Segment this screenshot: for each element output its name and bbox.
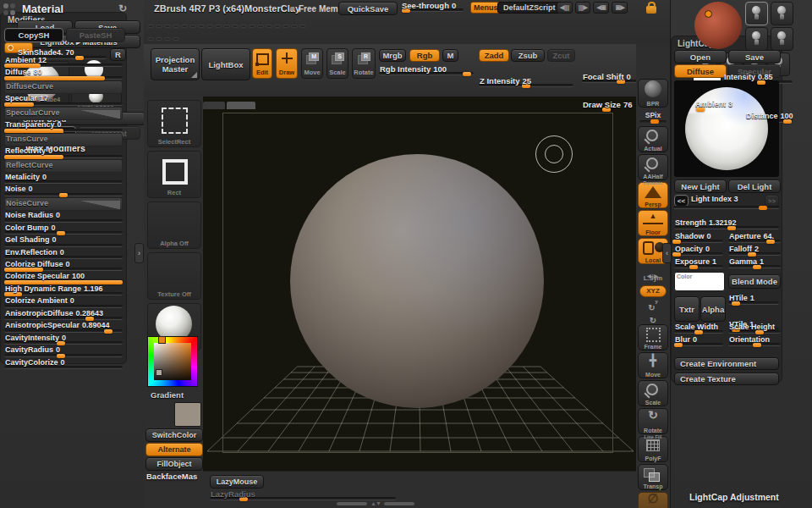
lightbox-button[interactable]: LightBox <box>201 48 250 80</box>
shelf-button[interactable]: L.Sym <box>638 266 668 284</box>
slider[interactable]: CavityRadius0 <box>4 345 123 357</box>
lock-icon[interactable] <box>646 6 656 14</box>
right-panel-divider[interactable]: ‹ <box>662 243 672 263</box>
rgb-button[interactable]: Rgb <box>409 49 440 62</box>
slider[interactable]: ReflectCurve <box>4 159 123 173</box>
slider[interactable]: TransCurve <box>4 133 123 146</box>
slider[interactable]: Falloff2 <box>728 245 781 257</box>
slider[interactable]: Ambient12 <box>4 56 123 68</box>
menu-item[interactable] <box>274 25 281 28</box>
zcut-button[interactable]: Zcut <box>547 49 575 62</box>
slider-handle[interactable] <box>463 72 471 76</box>
slider[interactable]: DiffuseCurve <box>4 80 123 94</box>
slider[interactable]: Shadow0 <box>674 232 723 244</box>
lightcap-color-swatch[interactable]: Color <box>674 272 725 291</box>
menu-item[interactable] <box>266 25 272 28</box>
light-index-next-button[interactable]: >> <box>765 195 779 207</box>
menu-item[interactable] <box>189 25 196 28</box>
create-texture-button[interactable]: Create Texture <box>674 373 779 385</box>
move-button[interactable]: M Move <box>301 48 323 79</box>
zadd-button[interactable]: Zadd <box>479 49 509 62</box>
slider[interactable]: Aperture64. <box>728 232 781 244</box>
slider-handle[interactable] <box>4 129 63 133</box>
menu-item[interactable] <box>223 25 230 28</box>
scrub-right-icon[interactable]: ||||▶ <box>575 2 591 14</box>
mrgb-button[interactable]: Mrgb <box>379 49 406 62</box>
next-document-icon[interactable]: ▣▶ <box>612 2 628 14</box>
menu-item[interactable] <box>240 25 247 28</box>
refresh-icon[interactable]: ↻ <box>118 3 127 14</box>
rgb-intensity-slider[interactable]: Rgb Intensity100 <box>379 64 474 76</box>
light-bulb-button[interactable] <box>771 27 793 51</box>
menu-item[interactable] <box>198 25 205 28</box>
zbrush-logo-icon[interactable] <box>3 3 17 17</box>
lightcap-save-button[interactable]: Save <box>728 50 781 64</box>
slider[interactable]: Reflectivity0 <box>4 146 123 158</box>
slider[interactable]: AnisotropicDiffuse0.28643 <box>4 309 123 321</box>
slider[interactable]: AnisotropicSpecular0.89044 <box>4 321 123 333</box>
del-light-button[interactable]: Del Light <box>728 179 781 193</box>
light-index-prev-button[interactable]: << <box>674 195 689 207</box>
shelf-button[interactable]: Rotate <box>638 408 668 434</box>
slider[interactable]: High Dynamic Range1.196 <box>4 284 123 296</box>
menu-item[interactable] <box>232 25 239 28</box>
slider[interactable]: Exposure1 <box>674 257 723 269</box>
left-panel-divider[interactable]: › <box>134 243 144 263</box>
gradient-toggle[interactable]: Gradient <box>151 390 184 400</box>
shelf-thumbnail[interactable]: Rect <box>147 151 201 198</box>
slider[interactable]: Scale Height <box>728 323 781 334</box>
slider[interactable]: Blur0 <box>674 335 723 347</box>
slider-handle[interactable] <box>57 231 65 235</box>
txtr-button[interactable]: Txtr <box>674 296 700 322</box>
strength-slider[interactable]: Strength1.32192 <box>674 218 779 230</box>
slider[interactable]: Noise Radius0 <box>4 211 123 223</box>
shelf-button[interactable]: Actual <box>638 126 668 152</box>
new-light-button[interactable]: New Light <box>674 179 727 193</box>
pastesh-button[interactable]: PasteSH <box>66 28 125 42</box>
shelf-button[interactable]: Dynamic Persp <box>638 182 668 208</box>
lazyradius-slider[interactable]: LazyRadius <box>210 489 396 501</box>
shelf-button[interactable]: SPix <box>638 111 668 124</box>
current-color-swatch[interactable] <box>174 402 201 427</box>
menu-item[interactable] <box>156 37 162 41</box>
shelf-button[interactable]: Line Fill PolyF <box>638 436 668 462</box>
menu-item[interactable] <box>299 25 306 28</box>
shelf-button[interactable]: AAHalf <box>638 154 668 180</box>
slider[interactable]: Specular17 <box>4 94 123 106</box>
slider[interactable]: Gel Shading0 <box>4 235 123 247</box>
slider[interactable]: Colorize Specular100 <box>4 272 123 284</box>
slider[interactable]: SpecularCurve <box>4 107 123 120</box>
slider[interactable]: Scale Width <box>674 323 723 334</box>
projection-master-button[interactable]: ProjectionMaster <box>151 48 200 80</box>
scale-button[interactable]: S Scale <box>326 48 348 79</box>
slider-handle[interactable] <box>4 102 34 107</box>
slider-track[interactable] <box>4 244 123 247</box>
default-zscript-button[interactable]: DefaultZScript <box>497 2 562 14</box>
shelf-button[interactable]: Ghost <box>638 492 668 508</box>
sv-selector-icon[interactable] <box>156 369 162 376</box>
alpha-button[interactable]: Alpha <box>700 296 726 322</box>
menu-item[interactable] <box>173 25 179 28</box>
shelf-button[interactable]: Move <box>638 352 668 378</box>
menu-item[interactable] <box>249 25 255 28</box>
slider[interactable]: CavityIntensity0 <box>4 334 123 345</box>
color-picker[interactable] <box>147 336 198 387</box>
menu-item[interactable] <box>257 25 264 28</box>
menu-item[interactable] <box>291 25 298 28</box>
menu-item[interactable] <box>181 25 188 28</box>
rotate-button[interactable]: R Rotate <box>352 48 376 79</box>
document-canvas[interactable] <box>203 97 636 471</box>
shelf-button[interactable]: Frame <box>638 324 668 351</box>
shelf-thumbnail[interactable]: Texture Off <box>147 252 201 300</box>
light-bulb-button[interactable] <box>745 27 768 51</box>
shelf-thumbnail[interactable]: Alpha Off <box>147 202 201 249</box>
light-bulb-button[interactable] <box>745 2 768 25</box>
slider-handle[interactable] <box>75 56 84 60</box>
menu-item[interactable] <box>164 37 171 41</box>
fillobject-button[interactable]: FillObject <box>145 457 203 471</box>
menu-item[interactable] <box>147 37 154 41</box>
menu-item[interactable] <box>283 25 289 28</box>
slider[interactable]: NoiseCurve <box>4 197 123 211</box>
slider[interactable]: CavityColorize0 <box>4 358 123 370</box>
shelf-slider-handle[interactable] <box>650 119 659 124</box>
